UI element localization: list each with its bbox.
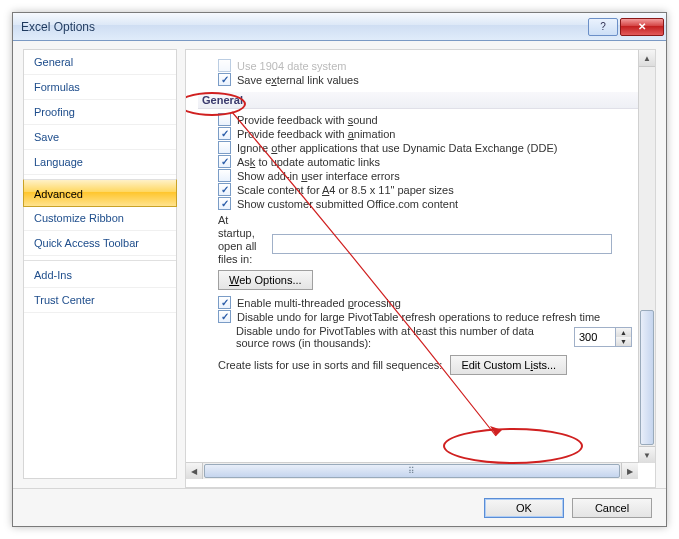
startup-files-input[interactable] [272, 234, 612, 254]
option-label: Ask to update automatic links [237, 156, 380, 168]
option-label: Show add-in user interface errors [237, 170, 400, 182]
option-label: Show customer submitted Office.com conte… [237, 198, 458, 210]
option-row: Scale content for A4 or 8.5 x 11" paper … [198, 183, 643, 196]
sidebar-item-save[interactable]: Save [24, 125, 176, 150]
checkbox[interactable] [218, 73, 231, 86]
dialog-body: General Formulas Proofing Save Language … [13, 41, 666, 488]
section-header-general: General [198, 92, 643, 109]
checkbox[interactable] [218, 127, 231, 140]
checkbox[interactable] [218, 169, 231, 182]
edit-custom-lists-button[interactable]: Edit Custom Lists... [450, 355, 567, 375]
option-row: Provide feedback with sound [198, 113, 643, 126]
option-row: Enable multi-threaded processing [198, 296, 643, 309]
undo-rows-input[interactable] [574, 327, 616, 347]
titlebar: Excel Options ? ✕ [13, 13, 666, 41]
sidebar-item-customize-ribbon[interactable]: Customize Ribbon [24, 206, 176, 231]
create-lists-label: Create lists for use in sorts and fill s… [218, 359, 442, 371]
dialog-title: Excel Options [21, 20, 586, 34]
option-label: Provide feedback with sound [237, 114, 378, 126]
sidebar-item-add-ins[interactable]: Add-Ins [24, 260, 176, 288]
close-button[interactable]: ✕ [620, 18, 664, 36]
dialog-footer: OK Cancel [13, 488, 666, 526]
sidebar-item-proofing[interactable]: Proofing [24, 100, 176, 125]
scroll-left-icon[interactable]: ◀ [186, 463, 203, 479]
main-panel: Use 1904 date system Save external link … [185, 49, 656, 488]
spinner-up-icon[interactable]: ▲ [616, 328, 631, 337]
sidebar-item-formulas[interactable]: Formulas [24, 75, 176, 100]
web-options-button[interactable]: Web Options... [218, 270, 313, 290]
help-button[interactable]: ? [588, 18, 618, 36]
option-label: Use 1904 date system [237, 60, 346, 72]
option-row: Show customer submitted Office.com conte… [198, 197, 643, 210]
checkbox[interactable] [218, 155, 231, 168]
startup-files-row: At startup, open all files in: [218, 214, 643, 266]
checkbox[interactable] [218, 310, 231, 323]
scroll-thumb-h[interactable]: ⠿ [204, 464, 620, 478]
option-label: Save external link values [237, 74, 359, 86]
checkbox[interactable] [218, 197, 231, 210]
ok-button[interactable]: OK [484, 498, 564, 518]
option-label: Disable undo for large PivotTable refres… [237, 311, 600, 323]
excel-options-dialog: Excel Options ? ✕ General Formulas Proof… [12, 12, 667, 527]
checkbox[interactable] [218, 296, 231, 309]
option-label: Scale content for A4 or 8.5 x 11" paper … [237, 184, 454, 196]
cancel-button[interactable]: Cancel [572, 498, 652, 518]
sidebar: General Formulas Proofing Save Language … [23, 49, 177, 479]
checkbox[interactable] [218, 59, 231, 72]
spinner-down-icon[interactable]: ▼ [616, 337, 631, 346]
option-row: Disable undo for large PivotTable refres… [198, 310, 643, 323]
sidebar-item-trust-center[interactable]: Trust Center [24, 288, 176, 313]
option-row: Show add-in user interface errors [198, 169, 643, 182]
option-label: Provide feedback with animation [237, 128, 395, 140]
option-row: Save external link values [198, 73, 643, 86]
option-row: Provide feedback with animation [198, 127, 643, 140]
scroll-right-icon[interactable]: ▶ [621, 463, 638, 479]
sidebar-item-quick-access-toolbar[interactable]: Quick Access Toolbar [24, 231, 176, 256]
scroll-up-icon[interactable]: ▲ [639, 50, 655, 67]
sidebar-item-general[interactable]: General [24, 50, 176, 75]
sidebar-item-advanced[interactable]: Advanced [23, 179, 177, 207]
option-label: Enable multi-threaded processing [237, 297, 401, 309]
vertical-scrollbar[interactable]: ▲ ▼ [638, 50, 655, 463]
undo-rows-label: Disable undo for PivotTables with at lea… [236, 325, 566, 349]
scroll-down-icon[interactable]: ▼ [639, 446, 655, 463]
sidebar-item-language[interactable]: Language [24, 150, 176, 175]
option-row: Ask to update automatic links [198, 155, 643, 168]
checkbox[interactable] [218, 141, 231, 154]
option-label: Ignore other applications that use Dynam… [237, 142, 557, 154]
option-row: Ignore other applications that use Dynam… [198, 141, 643, 154]
undo-rows-spinner[interactable]: ▲ ▼ [574, 327, 632, 347]
checkbox[interactable] [218, 183, 231, 196]
horizontal-scrollbar[interactable]: ◀ ⠿ ▶ [186, 462, 638, 479]
startup-files-label: At startup, open all files in: [218, 214, 264, 266]
scroll-thumb[interactable] [640, 310, 654, 445]
checkbox[interactable] [218, 113, 231, 126]
option-row: Use 1904 date system [198, 59, 643, 72]
scroll-content: Use 1904 date system Save external link … [198, 58, 643, 458]
